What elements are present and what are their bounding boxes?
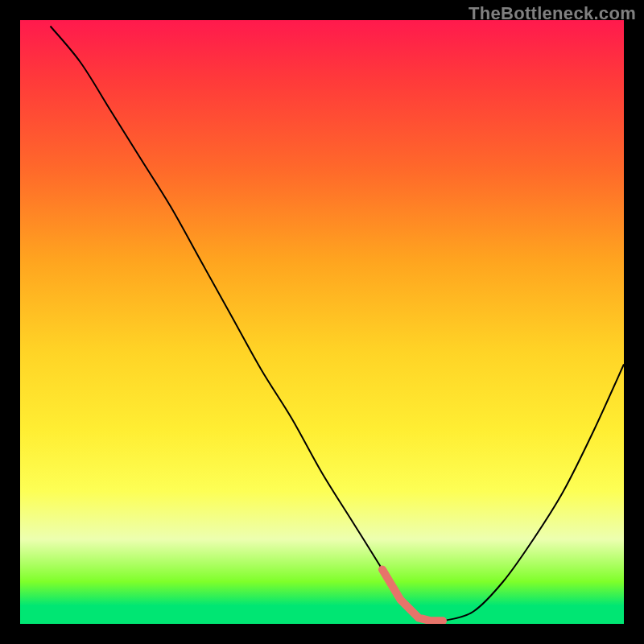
bottleneck-curve (51, 27, 625, 622)
optimal-segment (382, 570, 443, 621)
watermark-text: TheBottleneck.com (469, 3, 636, 24)
chart-plot-area (20, 20, 624, 624)
curve-svg (20, 20, 624, 624)
